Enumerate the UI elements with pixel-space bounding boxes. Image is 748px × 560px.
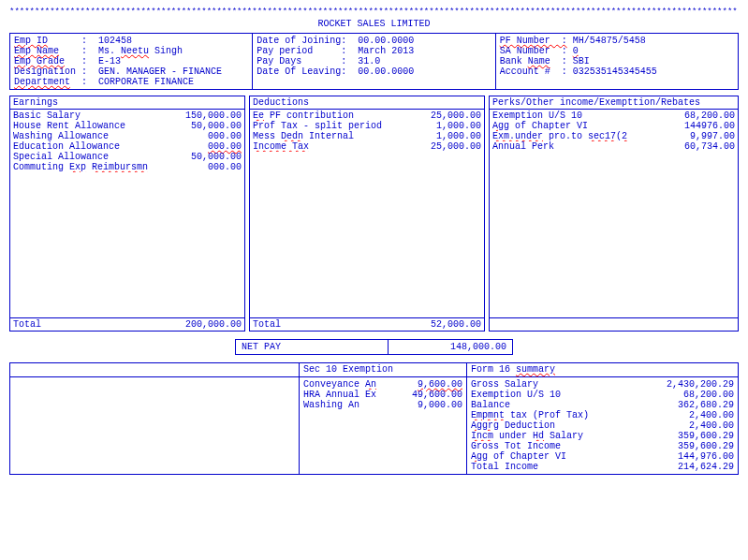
- summary-col-blank: [10, 363, 299, 474]
- sa-lbl: SA Number: [500, 46, 550, 56]
- perks-title: Perks/Other income/Exempttion/Rebates: [490, 96, 738, 110]
- earn-row: Special Allowance50,000.00: [13, 152, 242, 162]
- earn-total: 200,000.00: [185, 319, 242, 330]
- f16-row: Balance362,680.29: [471, 400, 734, 410]
- f16-row: Total Income214,624.29: [471, 462, 734, 472]
- pd-lbl: Pay Days: [257, 56, 301, 66]
- sec10-row: Conveyance An9,600.00: [303, 379, 462, 390]
- perk-row: Annual Perk60,734.00: [492, 141, 735, 152]
- dedn-row: Income Tax25,000.00: [253, 141, 481, 152]
- company-title: ROCKET SALES LIMITED: [9, 19, 739, 29]
- dedn-total-lbl: Total: [253, 319, 281, 330]
- sa: 0: [573, 46, 579, 56]
- f16-row: Exemption U/S 1068,200.00: [471, 390, 734, 400]
- emp-grade-lbl: Emp Grade: [14, 56, 65, 66]
- f16-row: Aggrg Deduction2,400.00: [471, 420, 734, 431]
- perks-body: Exemption U/S 1068,200.00 Agg of Chapter…: [490, 110, 738, 317]
- netpay-value: 148,000.00: [389, 340, 512, 354]
- header-block: Emp ID : 102458 Emp Name : Ms. Neetu Sin…: [9, 33, 739, 90]
- pf: MH/54875/5458: [573, 36, 646, 46]
- earnings-box: Earnings Basic Salary150,000.00 House Re…: [9, 96, 245, 332]
- employee-col: Emp ID : 102458 Emp Name : Ms. Neetu Sin…: [10, 34, 252, 89]
- emp-grade: E-13: [98, 56, 121, 66]
- netpay-label: NET PAY: [236, 340, 389, 354]
- sec10-row: HRA Annual Ex49,600.00: [303, 390, 462, 400]
- sec10-title: Sec 10 Exemption: [300, 363, 466, 377]
- emp-dept-lbl: Department: [14, 77, 70, 87]
- netpay-box: NET PAY 148,000.00: [235, 339, 513, 355]
- netpay-wrap: NET PAY 148,000.00: [9, 339, 739, 355]
- form16-title: Form 16 summary: [467, 363, 738, 377]
- perk-row: Exm.under pro.to sec17(29,997.00: [492, 131, 735, 141]
- pp-lbl: Pay period: [257, 46, 313, 56]
- earn-row: Basic Salary150,000.00: [13, 111, 242, 121]
- dol-lbl: Date Of Leaving: [257, 66, 341, 77]
- earn-row: House Rent Allowance50,000.00: [13, 121, 242, 131]
- period-col: Date of Joining: 00.00.0000 Pay period :…: [252, 34, 494, 89]
- ac-lbl: Account #: [500, 66, 550, 77]
- earn-row: Commuting Exp Reimbursmn000.00: [13, 162, 242, 172]
- deductions-box: Deductions Ee PF contribution25,000.00 P…: [249, 96, 485, 332]
- emp-id: 102458: [98, 36, 132, 46]
- earnings-total-row: Total200,000.00: [10, 317, 244, 331]
- f16-row: Empmnt tax (Prof Tax)2,400.00: [471, 410, 734, 420]
- dedn-row: Prof Tax - split period1,000.00: [253, 121, 481, 131]
- emp-desig-lbl: Designation: [14, 66, 76, 77]
- sec10-col: Sec 10 Exemption Conveyance An9,600.00 H…: [299, 363, 466, 474]
- bank-col: PF Number : MH/54875/5458 SA Number : 0 …: [495, 34, 738, 89]
- emp-name: Ms. Neetu Singh: [98, 46, 183, 56]
- dedn-row: Mess Dedn Internal1,000.00: [253, 131, 481, 141]
- bn: SBI: [573, 56, 590, 66]
- dedn-row: Ee PF contribution25,000.00: [253, 111, 481, 121]
- f16-row: Incm under Hd Salary359,600.29: [471, 431, 734, 441]
- deductions-total-row: Total52,000.00: [250, 317, 484, 331]
- dol: 00.00.0000: [358, 66, 414, 77]
- pp: March 2013: [358, 46, 414, 56]
- emp-desig: GEN. MANAGER - FINANCE: [98, 66, 222, 77]
- pf-lbl: PF Number :: [500, 36, 567, 46]
- f16-row: Gross Tot Income359,600.29: [471, 441, 734, 451]
- form16-col: Form 16 summary Gross Salary2,430,200.29…: [466, 363, 738, 474]
- summary-box: Sec 10 Exemption Conveyance An9,600.00 H…: [9, 362, 739, 475]
- f16-row: Agg of Chapter VI144,976.00: [471, 451, 734, 462]
- separator-top: ****************************************…: [9, 7, 739, 17]
- perks-box: Perks/Other income/Exempttion/Rebates Ex…: [489, 96, 739, 332]
- deductions-title: Deductions: [250, 96, 484, 110]
- perk-row: Agg of Chapter VI144976.00: [492, 121, 735, 131]
- perk-row: Exemption U/S 1068,200.00: [492, 111, 735, 121]
- emp-id-lbl: Emp ID: [14, 36, 48, 46]
- emp-dept: CORPORATE FINANCE: [98, 77, 194, 87]
- earnings-title: Earnings: [10, 96, 244, 110]
- bn-lbl: Bank Name :: [500, 56, 567, 66]
- earn-row: Education Allowance000.00: [13, 141, 242, 152]
- ac: 032535145345455: [573, 66, 657, 77]
- dedn-total: 52,000.00: [431, 319, 481, 330]
- emp-name-lbl: Emp Name: [14, 46, 59, 56]
- pd: 31.0: [358, 56, 380, 66]
- earn-row: Washing Allowance000.00: [13, 131, 242, 141]
- blank-head: [10, 363, 299, 377]
- perks-foot: [490, 317, 738, 331]
- doj: 00.00.0000: [358, 36, 414, 46]
- doj-lbl: Date of Joining: [257, 36, 341, 46]
- earnings-body: Basic Salary150,000.00 House Rent Allowa…: [10, 110, 244, 317]
- deductions-body: Ee PF contribution25,000.00 Prof Tax - s…: [250, 110, 484, 317]
- main-columns: Earnings Basic Salary150,000.00 House Re…: [9, 96, 739, 332]
- earn-total-lbl: Total: [13, 319, 41, 330]
- sec10-row: Washing An9,000.00: [303, 400, 462, 410]
- f16-row: Gross Salary2,430,200.29: [471, 379, 734, 390]
